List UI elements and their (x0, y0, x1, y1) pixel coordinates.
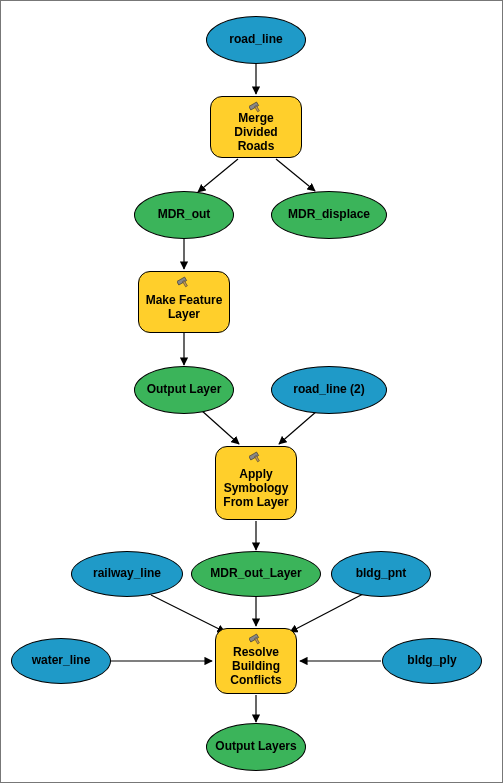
hammer-icon (249, 101, 263, 117)
node-label: road_line (2) (293, 383, 364, 397)
svg-line-1 (198, 159, 238, 192)
input-bldg-ply[interactable]: bldg_ply (382, 638, 482, 684)
node-label: Output Layer (147, 383, 222, 397)
output-output-layer[interactable]: Output Layer (134, 366, 234, 414)
svg-line-2 (276, 159, 315, 191)
node-label: bldg_pnt (356, 567, 407, 581)
input-water-line[interactable]: water_line (11, 638, 111, 684)
output-mdr-out-layer[interactable]: MDR_out_Layer (191, 551, 321, 597)
node-label: water_line (32, 654, 91, 668)
output-mdr-displace[interactable]: MDR_displace (271, 191, 387, 239)
svg-line-6 (279, 411, 317, 444)
svg-line-11 (290, 594, 363, 632)
node-label: Resolve Building Conflicts (222, 646, 290, 687)
input-road-line[interactable]: road_line (206, 16, 306, 64)
svg-rect-21 (255, 638, 260, 644)
input-road-line-2[interactable]: road_line (2) (271, 366, 387, 414)
node-label: Make Feature Layer (145, 294, 223, 322)
tool-apply-symbology[interactable]: Apply Symbology From Layer (215, 446, 297, 520)
node-label: MDR_out (158, 208, 211, 222)
tool-make-feature-layer[interactable]: Make Feature Layer (138, 271, 230, 333)
input-bldg-pnt[interactable]: bldg_pnt (331, 551, 431, 597)
node-label: Output Layers (215, 740, 296, 754)
svg-rect-17 (183, 281, 188, 287)
node-label: Merge Divided Roads (217, 112, 295, 153)
node-label: Apply Symbology From Layer (222, 468, 290, 509)
svg-rect-15 (255, 106, 260, 112)
node-label: MDR_out_Layer (210, 567, 301, 581)
node-label: MDR_displace (288, 208, 370, 222)
output-mdr-out[interactable]: MDR_out (134, 191, 234, 239)
model-canvas: road_line Merge Divided Roads MDR_out MD… (0, 0, 503, 783)
input-railway-line[interactable]: railway_line (71, 551, 183, 597)
node-label: bldg_ply (407, 654, 456, 668)
hammer-icon (177, 276, 191, 292)
output-output-layers[interactable]: Output Layers (206, 723, 306, 771)
svg-line-9 (151, 595, 225, 632)
tool-merge-divided-roads[interactable]: Merge Divided Roads (210, 96, 302, 158)
hammer-icon (249, 633, 263, 649)
tool-resolve-building-conflicts[interactable]: Resolve Building Conflicts (215, 628, 297, 694)
hammer-icon (249, 451, 263, 467)
node-label: road_line (229, 33, 282, 47)
svg-rect-19 (255, 456, 260, 462)
node-label: railway_line (93, 567, 161, 581)
svg-line-5 (201, 410, 239, 444)
